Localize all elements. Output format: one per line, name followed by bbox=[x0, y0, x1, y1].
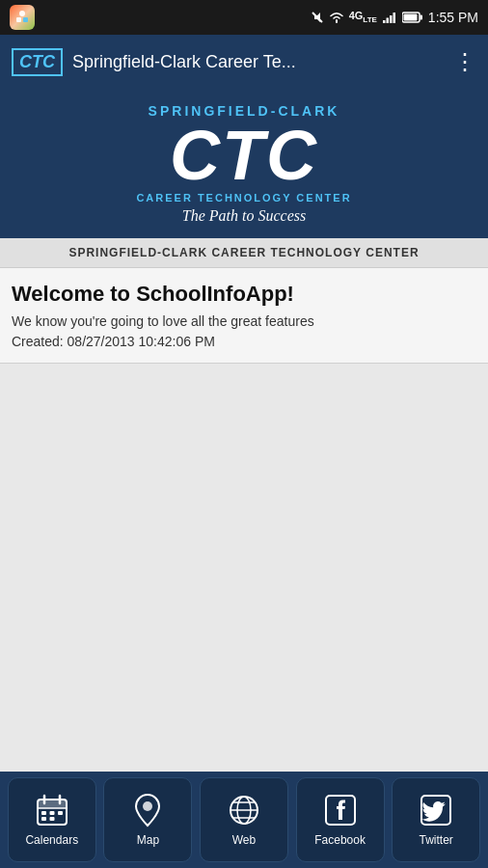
nav-item-facebook[interactable]: Facebook bbox=[296, 777, 385, 862]
app-icon bbox=[10, 5, 35, 30]
welcome-content: Welcome to SchoolInfoApp! We know you're… bbox=[0, 268, 488, 364]
svg-rect-17 bbox=[49, 811, 54, 815]
svg-rect-12 bbox=[38, 800, 67, 808]
svg-rect-19 bbox=[41, 817, 46, 821]
action-bar-logo: CTC bbox=[12, 48, 63, 76]
banner-fullname: CAREER TECHNOLOGY CENTER bbox=[136, 192, 351, 203]
svg-rect-1 bbox=[16, 17, 21, 22]
mute-icon bbox=[311, 11, 324, 24]
map-pin-icon bbox=[131, 793, 164, 827]
nav-item-web[interactable]: Web bbox=[200, 777, 288, 862]
nav-label-facebook: Facebook bbox=[314, 833, 366, 847]
welcome-title: Welcome to SchoolInfoApp! bbox=[12, 282, 476, 307]
svg-rect-16 bbox=[41, 811, 46, 815]
status-icons: 4GLTE 1:55 PM bbox=[311, 10, 478, 25]
wifi-icon bbox=[329, 11, 344, 24]
calendar-icon bbox=[35, 793, 69, 827]
svg-rect-2 bbox=[23, 17, 28, 22]
svg-point-21 bbox=[143, 801, 152, 811]
action-bar: CTC Springfield-Clark Career Te... ⋮ bbox=[0, 35, 488, 89]
nav-label-calendars: Calendars bbox=[25, 833, 78, 847]
action-bar-title: Springfield-Clark Career Te... bbox=[72, 52, 444, 72]
nav-item-twitter[interactable]: Twitter bbox=[392, 777, 480, 862]
nav-item-calendars[interactable]: Calendars bbox=[8, 777, 96, 862]
battery-icon bbox=[402, 12, 423, 23]
sub-header-text: SPRINGFIELD-CLARK CAREER TECHNOLOGY CENT… bbox=[68, 246, 419, 259]
nav-label-map: Map bbox=[137, 833, 159, 847]
time-display: 1:55 PM bbox=[428, 10, 478, 25]
svg-rect-18 bbox=[58, 811, 63, 815]
banner-logo: CTC bbox=[170, 121, 318, 190]
welcome-created: Created: 08/27/2013 10:42:06 PM bbox=[12, 334, 476, 349]
facebook-icon bbox=[323, 793, 358, 827]
banner-tagline: The Path to Success bbox=[182, 207, 306, 225]
nav-item-map[interactable]: Map bbox=[103, 777, 192, 862]
svg-rect-5 bbox=[386, 18, 389, 24]
twitter-icon bbox=[419, 793, 453, 827]
welcome-description: We know you're going to love all the gre… bbox=[12, 312, 476, 332]
nav-label-web: Web bbox=[232, 833, 256, 847]
banner: SPRINGFIELD-CLARK CTC CAREER TECHNOLOGY … bbox=[0, 89, 488, 238]
svg-rect-4 bbox=[383, 20, 386, 23]
svg-rect-6 bbox=[390, 15, 393, 23]
network-type: 4GLTE bbox=[349, 10, 377, 24]
overflow-menu-button[interactable]: ⋮ bbox=[453, 48, 476, 75]
svg-rect-7 bbox=[393, 13, 395, 23]
signal-icon bbox=[382, 11, 397, 24]
bottom-nav: Calendars Map Web Facebook bbox=[0, 772, 488, 868]
svg-point-0 bbox=[19, 11, 25, 16]
svg-rect-10 bbox=[403, 14, 417, 21]
svg-rect-9 bbox=[420, 15, 422, 20]
status-bar: 4GLTE 1:55 PM bbox=[0, 0, 488, 35]
globe-icon bbox=[227, 793, 261, 827]
svg-rect-20 bbox=[49, 817, 54, 821]
nav-label-twitter: Twitter bbox=[420, 833, 453, 847]
sub-header: SPRINGFIELD-CLARK CAREER TECHNOLOGY CENT… bbox=[0, 238, 488, 268]
status-left bbox=[10, 5, 35, 30]
